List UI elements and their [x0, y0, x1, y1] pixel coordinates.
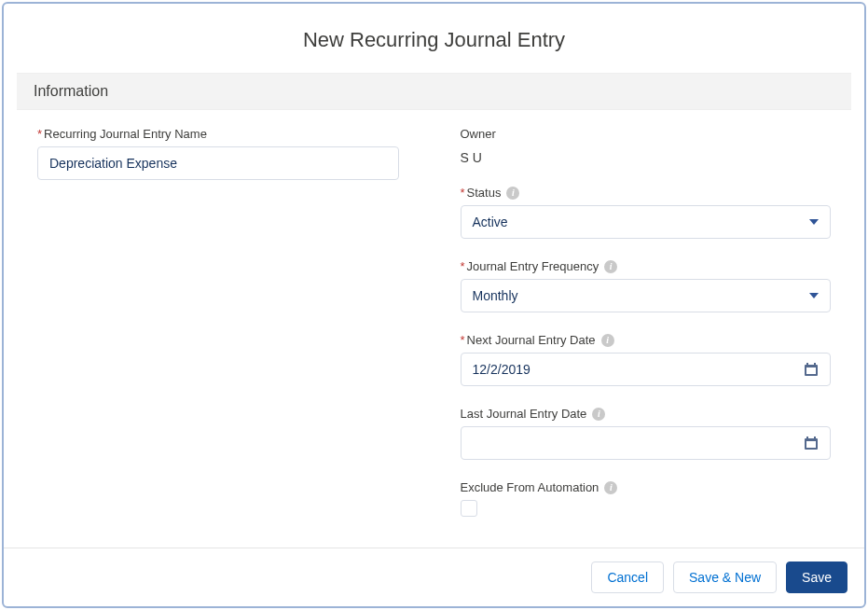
- field-exclude-automation: Exclude From Automation i: [461, 480, 832, 517]
- field-last-date: Last Journal Entry Date i: [461, 407, 832, 460]
- field-owner: Owner S U: [461, 127, 832, 165]
- info-icon[interactable]: i: [506, 187, 519, 200]
- label-frequency: *Journal Entry Frequency i: [461, 259, 832, 273]
- svg-rect-1: [806, 367, 816, 374]
- label-status: *Status i: [461, 186, 832, 200]
- label-next-date: *Next Journal Entry Date i: [461, 333, 832, 347]
- info-icon[interactable]: i: [601, 334, 614, 347]
- field-recurring-name: *Recurring Journal Entry Name Depreciati…: [37, 127, 408, 180]
- input-last-date[interactable]: [461, 426, 832, 460]
- field-frequency: *Journal Entry Frequency i Monthly: [461, 259, 832, 312]
- info-icon[interactable]: i: [604, 260, 617, 273]
- section-header-information: Information: [17, 73, 851, 110]
- calendar-icon[interactable]: [804, 362, 819, 377]
- info-icon[interactable]: i: [592, 408, 605, 421]
- cancel-button[interactable]: Cancel: [591, 561, 664, 593]
- select-frequency[interactable]: Monthly: [461, 279, 832, 312]
- field-status: *Status i Active: [461, 186, 832, 239]
- svg-rect-3: [814, 363, 816, 366]
- new-recurring-journal-entry-modal: New Recurring Journal Entry Information …: [2, 2, 866, 608]
- label-owner: Owner: [461, 127, 832, 141]
- chevron-down-icon: [809, 293, 819, 298]
- input-recurring-name[interactable]: Depreciation Expense: [37, 146, 399, 180]
- label-recurring-name: *Recurring Journal Entry Name: [37, 127, 408, 141]
- chevron-down-icon: [809, 219, 819, 225]
- form-column-right: Owner S U *Status i Active *Journal Entr…: [461, 127, 832, 548]
- svg-rect-7: [814, 437, 816, 439]
- svg-rect-6: [806, 437, 808, 439]
- calendar-icon[interactable]: [804, 436, 819, 451]
- modal-title: New Recurring Journal Entry: [4, 4, 864, 73]
- value-owner: S U: [461, 146, 832, 165]
- svg-rect-2: [806, 363, 808, 366]
- save-button[interactable]: Save: [786, 561, 847, 593]
- save-and-new-button[interactable]: Save & New: [673, 561, 777, 593]
- label-last-date: Last Journal Entry Date i: [461, 407, 832, 421]
- modal-footer: Cancel Save & New Save: [4, 548, 864, 606]
- form-column-left: *Recurring Journal Entry Name Depreciati…: [37, 127, 408, 548]
- label-exclude-automation: Exclude From Automation i: [461, 480, 832, 494]
- form-body: *Recurring Journal Entry Name Depreciati…: [4, 110, 864, 548]
- field-next-date: *Next Journal Entry Date i 12/2/2019: [461, 333, 832, 386]
- info-icon[interactable]: i: [604, 481, 617, 494]
- select-status[interactable]: Active: [461, 205, 832, 239]
- input-next-date[interactable]: 12/2/2019: [461, 353, 832, 386]
- checkbox-exclude-automation[interactable]: [461, 500, 477, 517]
- svg-rect-5: [806, 441, 816, 448]
